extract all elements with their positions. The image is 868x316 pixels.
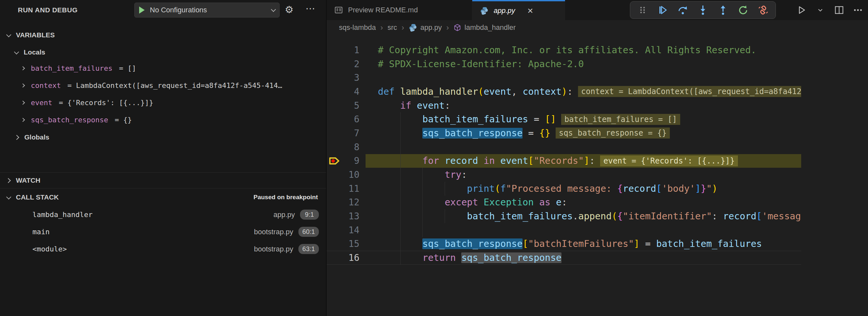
variables-section-header[interactable]: VARIABLES [0, 29, 326, 41]
code-token: f [500, 183, 506, 194]
more-actions-button[interactable] [852, 4, 864, 17]
variable-row[interactable]: sqs_batch_response= {} [0, 111, 326, 128]
watch-section-header[interactable]: WATCH [0, 172, 326, 189]
line-number[interactable]: 1 [327, 45, 360, 56]
variable-row[interactable]: context= LambdaContext([aws_request_id=a… [0, 77, 326, 94]
code-token: "Processed message: [506, 183, 617, 194]
run-options-button[interactable] [815, 4, 826, 17]
run-python-file-button[interactable] [796, 4, 807, 17]
code-token: } [701, 183, 706, 194]
editor-actions [796, 0, 864, 20]
step-over-button[interactable] [675, 3, 690, 17]
restart-button[interactable] [735, 3, 751, 17]
line-number[interactable]: 15 [327, 239, 360, 249]
code-line[interactable]: 7sqs_batch_response = {}sqs_batch_respon… [327, 126, 801, 140]
code-line[interactable]: 4def lambda_handler(event, context):cont… [327, 85, 801, 99]
code-line[interactable]: 14 [327, 223, 801, 237]
split-editor-button[interactable] [834, 4, 845, 17]
variable-name: context [31, 82, 61, 90]
frame-name: lambda_handler [32, 211, 92, 219]
code-line[interactable]: 11print(f"Processed message: {record['bo… [327, 182, 801, 196]
breadcrumb-item-lambda-handler[interactable]: lambda_handler [454, 23, 516, 32]
code-token: record [623, 183, 656, 194]
line-number[interactable]: 5 [327, 100, 360, 111]
paused-status-text: Paused on breakpoint [254, 194, 318, 201]
code-line[interactable]: 16return sqs_batch_response [327, 251, 801, 265]
step-into-button[interactable] [695, 3, 711, 17]
code-line[interactable]: 2# SPDX-License-Identifier: Apache-2.0 [327, 57, 801, 71]
breadcrumb-item-src[interactable]: src [388, 23, 397, 32]
code-line[interactable]: 3 [327, 71, 801, 85]
chevron-right-icon [21, 66, 25, 70]
breakpoint-current-line-indicator[interactable] [329, 156, 340, 166]
code-token: sqs_batch_response [461, 252, 561, 263]
breadcrumb-label: src [388, 23, 397, 32]
line-number[interactable]: 8 [327, 142, 360, 153]
chevron-right-icon [21, 118, 25, 122]
line-number[interactable]: 14 [327, 225, 360, 235]
call-stack-frame[interactable]: mainbootstrap.py60:1 [0, 223, 326, 241]
line-number[interactable]: 2 [327, 59, 360, 69]
disconnect-button[interactable] [755, 3, 771, 17]
markdown-preview-icon [334, 6, 343, 14]
indent-guide [445, 209, 445, 223]
code-line[interactable]: 10try: [327, 168, 801, 182]
breadcrumb-item-app-py[interactable]: app.py [409, 23, 442, 32]
code-token: . [573, 211, 578, 222]
line-number[interactable]: 12 [327, 197, 360, 208]
indent-guide [400, 112, 401, 126]
code-token: def [378, 86, 400, 97]
breadcrumb-item-sqs-lambda[interactable]: sqs-lambda [339, 23, 376, 32]
line-number[interactable]: 3 [327, 72, 360, 83]
locals-scope[interactable]: Locals [0, 45, 326, 59]
symbol-method-icon [454, 24, 461, 31]
drag-handle-button[interactable] [635, 3, 650, 17]
code-token: [ [528, 155, 534, 166]
call-stack-frame[interactable]: lambda_handlerapp.py9:1 [0, 206, 326, 223]
variable-name: sqs_batch_response [31, 116, 108, 124]
line-number[interactable]: 13 [327, 211, 360, 222]
code-line[interactable]: 6batch_item_failures = []batch_item_fail… [327, 112, 801, 126]
code-line[interactable]: 15sqs_batch_response["batchItemFailures"… [327, 237, 801, 251]
debug-configuration-dropdown[interactable]: No Configurations [134, 3, 280, 18]
start-debug-icon[interactable] [139, 6, 145, 13]
globals-scope[interactable]: Globals [0, 129, 326, 145]
line-number[interactable]: 11 [327, 183, 360, 194]
variables-header-label: VARIABLES [16, 31, 55, 39]
indent-guide [422, 182, 423, 196]
call-stack-frame[interactable]: <module>bootstrap.py63:1 [0, 241, 326, 258]
code-token: "itemIdentifier" [623, 211, 712, 222]
vscode-window: RUN AND DEBUG No Configurations ⚙ ⋯ VARI… [0, 0, 868, 316]
line-number[interactable]: 10 [327, 169, 360, 180]
code-editor[interactable]: 1# Copyright Amazon.com, Inc. or its aff… [327, 43, 801, 265]
code-line-content: batch_item_failures = []batch_item_failu… [360, 114, 680, 125]
breadcrumb: sqs-lambda›src›app.py›lambda_handler [327, 20, 868, 35]
indent-guide [400, 140, 401, 154]
code-line[interactable]: 9for record in event["Records"]:event = … [327, 154, 801, 168]
line-number[interactable]: 7 [327, 128, 360, 138]
breadcrumb-separator: › [380, 23, 383, 32]
step-out-button[interactable] [715, 3, 731, 17]
call-stack-section-header[interactable]: CALL STACK Paused on breakpoint [0, 189, 326, 206]
code-token: [ [523, 239, 528, 249]
code-token: record [723, 211, 756, 222]
code-token: ( [612, 211, 617, 222]
code-line[interactable]: 12except Exception as e: [327, 196, 801, 210]
more-actions-icon[interactable]: ⋯ [306, 3, 316, 14]
variable-row[interactable]: batch_item_failures= [] [0, 60, 326, 77]
variable-name: batch_item_failures [31, 64, 113, 72]
variable-row[interactable]: event= {'Records': [{...}]} [0, 94, 326, 111]
code-line[interactable]: 5if event: [327, 99, 801, 113]
line-number[interactable]: 16 [327, 252, 360, 263]
gear-icon[interactable]: ⚙ [285, 4, 293, 15]
continue-button[interactable] [655, 3, 671, 17]
tab-app-py[interactable]: app.py× [472, 0, 565, 20]
tab-preview-readme-md[interactable]: Preview README.md [327, 0, 472, 20]
line-number[interactable]: 4 [327, 86, 360, 97]
code-line[interactable]: 1# Copyright Amazon.com, Inc. or its aff… [327, 43, 801, 57]
line-number[interactable]: 6 [327, 114, 360, 125]
indent-guide [400, 126, 401, 140]
code-line[interactable]: 8 [327, 140, 801, 154]
code-line[interactable]: 13batch_item_failures.append({"itemIdent… [327, 209, 801, 223]
close-icon[interactable]: × [527, 6, 533, 15]
